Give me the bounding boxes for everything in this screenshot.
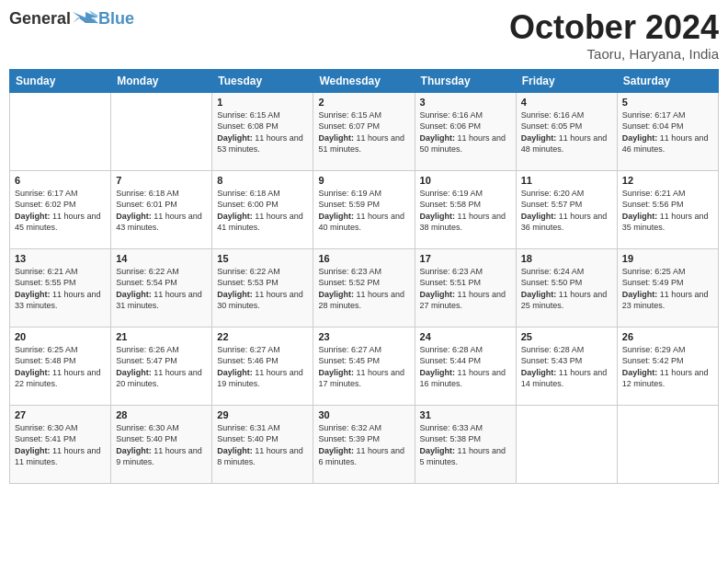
cell-content: Sunrise: 6:19 AMSunset: 5:59 PMDaylight:… xyxy=(318,188,409,234)
day-number: 26 xyxy=(622,331,713,342)
calendar-cell: 11Sunrise: 6:20 AMSunset: 5:57 PMDayligh… xyxy=(516,170,617,248)
cell-content: Sunrise: 6:26 AMSunset: 5:47 PMDaylight:… xyxy=(116,344,207,390)
day-number: 13 xyxy=(15,253,106,264)
calendar-cell: 9Sunrise: 6:19 AMSunset: 5:59 PMDaylight… xyxy=(313,170,415,248)
calendar-cell: 21Sunrise: 6:26 AMSunset: 5:47 PMDayligh… xyxy=(111,327,212,405)
calendar-cell: 7Sunrise: 6:18 AMSunset: 6:01 PMDaylight… xyxy=(111,170,212,248)
calendar-cell: 1Sunrise: 6:15 AMSunset: 6:08 PMDaylight… xyxy=(212,92,313,170)
day-number: 23 xyxy=(318,331,409,342)
cell-content: Sunrise: 6:29 AMSunset: 5:42 PMDaylight:… xyxy=(622,344,713,390)
calendar-cell: 12Sunrise: 6:21 AMSunset: 5:56 PMDayligh… xyxy=(617,170,718,248)
day-number: 9 xyxy=(318,175,409,186)
day-number: 14 xyxy=(116,253,207,264)
day-number: 22 xyxy=(217,331,308,342)
calendar-cell xyxy=(516,405,617,483)
page-container: General Blue October 2024 Taoru, Haryana… xyxy=(0,0,728,563)
calendar-table: SundayMondayTuesdayWednesdayThursdayFrid… xyxy=(9,69,719,484)
calendar-cell: 16Sunrise: 6:23 AMSunset: 5:52 PMDayligh… xyxy=(313,248,415,327)
day-number: 28 xyxy=(116,409,207,420)
calendar-header-row: SundayMondayTuesdayWednesdayThursdayFrid… xyxy=(10,69,719,92)
calendar-day-header: Friday xyxy=(516,69,617,92)
calendar-week-row: 6Sunrise: 6:17 AMSunset: 6:02 PMDaylight… xyxy=(10,170,719,248)
logo-blue-text: Blue xyxy=(98,9,134,29)
cell-content: Sunrise: 6:32 AMSunset: 5:39 PMDaylight:… xyxy=(318,422,409,468)
calendar-cell: 17Sunrise: 6:23 AMSunset: 5:51 PMDayligh… xyxy=(415,248,516,327)
calendar-cell: 5Sunrise: 6:17 AMSunset: 6:04 PMDaylight… xyxy=(617,92,718,170)
calendar-cell: 25Sunrise: 6:28 AMSunset: 5:43 PMDayligh… xyxy=(516,327,617,405)
cell-content: Sunrise: 6:23 AMSunset: 5:51 PMDaylight:… xyxy=(420,266,511,312)
calendar-day-header: Tuesday xyxy=(212,69,313,92)
cell-content: Sunrise: 6:16 AMSunset: 6:05 PMDaylight:… xyxy=(521,109,612,155)
logo: General Blue xyxy=(9,9,134,29)
day-number: 11 xyxy=(521,175,612,186)
calendar-week-row: 20Sunrise: 6:25 AMSunset: 5:48 PMDayligh… xyxy=(10,327,719,405)
title-section: October 2024 Taoru, Haryana, India xyxy=(509,9,719,62)
cell-content: Sunrise: 6:16 AMSunset: 6:06 PMDaylight:… xyxy=(420,109,511,155)
calendar-cell: 10Sunrise: 6:19 AMSunset: 5:58 PMDayligh… xyxy=(415,170,516,248)
cell-content: Sunrise: 6:17 AMSunset: 6:04 PMDaylight:… xyxy=(622,109,713,155)
cell-content: Sunrise: 6:31 AMSunset: 5:40 PMDaylight:… xyxy=(217,422,308,468)
cell-content: Sunrise: 6:30 AMSunset: 5:40 PMDaylight:… xyxy=(116,422,207,468)
cell-content: Sunrise: 6:19 AMSunset: 5:58 PMDaylight:… xyxy=(420,188,511,234)
day-number: 18 xyxy=(521,253,612,264)
day-number: 1 xyxy=(217,97,308,108)
day-number: 16 xyxy=(318,253,409,264)
calendar-week-row: 1Sunrise: 6:15 AMSunset: 6:08 PMDaylight… xyxy=(10,92,719,170)
calendar-cell: 2Sunrise: 6:15 AMSunset: 6:07 PMDaylight… xyxy=(313,92,415,170)
calendar-cell xyxy=(111,92,212,170)
calendar-day-header: Monday xyxy=(111,69,212,92)
day-number: 20 xyxy=(15,331,106,342)
cell-content: Sunrise: 6:27 AMSunset: 5:45 PMDaylight:… xyxy=(318,344,409,390)
calendar-cell: 13Sunrise: 6:21 AMSunset: 5:55 PMDayligh… xyxy=(10,248,111,327)
calendar-cell: 26Sunrise: 6:29 AMSunset: 5:42 PMDayligh… xyxy=(617,327,718,405)
day-number: 6 xyxy=(15,175,106,186)
calendar-cell: 3Sunrise: 6:16 AMSunset: 6:06 PMDaylight… xyxy=(415,92,516,170)
cell-content: Sunrise: 6:25 AMSunset: 5:49 PMDaylight:… xyxy=(622,266,713,312)
day-number: 31 xyxy=(420,409,511,420)
month-title: October 2024 xyxy=(509,9,719,46)
calendar-cell: 27Sunrise: 6:30 AMSunset: 5:41 PMDayligh… xyxy=(10,405,111,483)
calendar-cell: 23Sunrise: 6:27 AMSunset: 5:45 PMDayligh… xyxy=(313,327,415,405)
calendar-cell: 20Sunrise: 6:25 AMSunset: 5:48 PMDayligh… xyxy=(10,327,111,405)
day-number: 7 xyxy=(116,175,207,186)
day-number: 24 xyxy=(420,331,511,342)
day-number: 4 xyxy=(521,97,612,108)
cell-content: Sunrise: 6:23 AMSunset: 5:52 PMDaylight:… xyxy=(318,266,409,312)
day-number: 3 xyxy=(420,97,511,108)
calendar-day-header: Wednesday xyxy=(313,69,415,92)
cell-content: Sunrise: 6:33 AMSunset: 5:38 PMDaylight:… xyxy=(420,422,511,468)
calendar-day-header: Thursday xyxy=(415,69,516,92)
cell-content: Sunrise: 6:15 AMSunset: 6:08 PMDaylight:… xyxy=(217,109,308,155)
cell-content: Sunrise: 6:28 AMSunset: 5:44 PMDaylight:… xyxy=(420,344,511,390)
calendar-cell: 30Sunrise: 6:32 AMSunset: 5:39 PMDayligh… xyxy=(313,405,415,483)
day-number: 2 xyxy=(318,97,409,108)
cell-content: Sunrise: 6:21 AMSunset: 5:56 PMDaylight:… xyxy=(622,188,713,234)
cell-content: Sunrise: 6:21 AMSunset: 5:55 PMDaylight:… xyxy=(15,266,106,312)
day-number: 5 xyxy=(622,97,713,108)
cell-content: Sunrise: 6:22 AMSunset: 5:54 PMDaylight:… xyxy=(116,266,207,312)
page-header: General Blue October 2024 Taoru, Haryana… xyxy=(9,9,719,62)
cell-content: Sunrise: 6:18 AMSunset: 6:01 PMDaylight:… xyxy=(116,188,207,234)
day-number: 10 xyxy=(420,175,511,186)
cell-content: Sunrise: 6:25 AMSunset: 5:48 PMDaylight:… xyxy=(15,344,106,390)
day-number: 15 xyxy=(217,253,308,264)
calendar-cell: 6Sunrise: 6:17 AMSunset: 6:02 PMDaylight… xyxy=(10,170,111,248)
calendar-cell: 14Sunrise: 6:22 AMSunset: 5:54 PMDayligh… xyxy=(111,248,212,327)
cell-content: Sunrise: 6:24 AMSunset: 5:50 PMDaylight:… xyxy=(521,266,612,312)
cell-content: Sunrise: 6:20 AMSunset: 5:57 PMDaylight:… xyxy=(521,188,612,234)
cell-content: Sunrise: 6:30 AMSunset: 5:41 PMDaylight:… xyxy=(15,422,106,468)
calendar-cell: 19Sunrise: 6:25 AMSunset: 5:49 PMDayligh… xyxy=(617,248,718,327)
logo-bird-icon xyxy=(73,10,98,29)
cell-content: Sunrise: 6:17 AMSunset: 6:02 PMDaylight:… xyxy=(15,188,106,234)
calendar-day-header: Sunday xyxy=(10,69,111,92)
cell-content: Sunrise: 6:15 AMSunset: 6:07 PMDaylight:… xyxy=(318,109,409,155)
day-number: 19 xyxy=(622,253,713,264)
calendar-cell xyxy=(10,92,111,170)
calendar-cell: 18Sunrise: 6:24 AMSunset: 5:50 PMDayligh… xyxy=(516,248,617,327)
calendar-cell: 31Sunrise: 6:33 AMSunset: 5:38 PMDayligh… xyxy=(415,405,516,483)
cell-content: Sunrise: 6:27 AMSunset: 5:46 PMDaylight:… xyxy=(217,344,308,390)
cell-content: Sunrise: 6:18 AMSunset: 6:00 PMDaylight:… xyxy=(217,188,308,234)
day-number: 25 xyxy=(521,331,612,342)
calendar-cell xyxy=(617,405,718,483)
location-subtitle: Taoru, Haryana, India xyxy=(509,46,719,62)
